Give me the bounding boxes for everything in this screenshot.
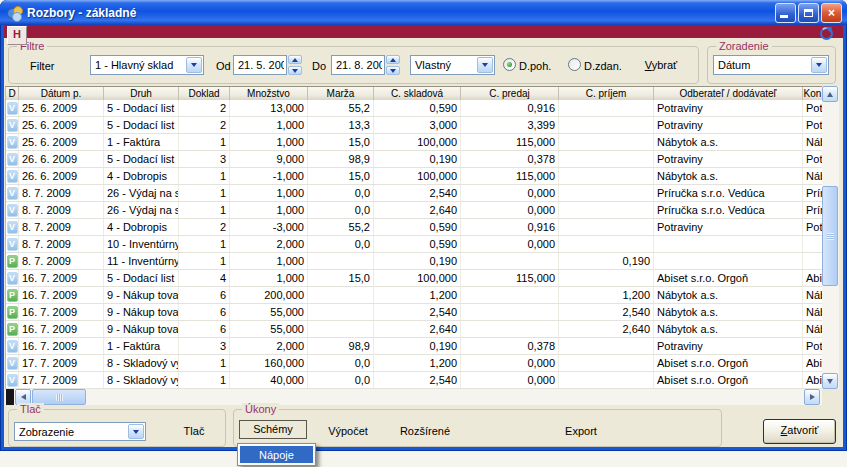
cell-mnozstvo: 13,000 [230, 100, 308, 116]
chevron-down-icon[interactable] [811, 57, 827, 73]
cell-kon: Náb [803, 321, 823, 337]
cell-druh: 9 - Nákup tovaru [104, 287, 179, 303]
cell-kon: Náb [803, 304, 823, 320]
cell-doklad: 1 [179, 185, 230, 201]
cell-kon: Náb [803, 168, 823, 184]
date-from-field[interactable]: 21. 5. 2009 [233, 55, 287, 75]
date-to-spinner[interactable] [386, 55, 400, 75]
maximize-button[interactable] [798, 3, 819, 23]
scroll-right-button[interactable] [804, 389, 820, 405]
table-row[interactable]: P16. 7. 20099 - Nákup tovaru655,0002,640… [6, 321, 823, 338]
table-row[interactable]: V17. 7. 20098 - Skladový výd140,0000,02,… [6, 372, 823, 389]
type-combo[interactable]: Vlastný [410, 55, 495, 75]
column-header-d[interactable]: D [6, 87, 19, 101]
scroll-up-button[interactable] [822, 86, 838, 102]
cell-c-predaj: 0,000 [461, 185, 559, 201]
cell-c-skladova: 100,000 [374, 134, 461, 150]
table-row[interactable]: V25. 6. 20095 - Dodací list213,00055,20,… [6, 100, 823, 117]
date-from-value: 21. 5. 2009 [238, 59, 284, 71]
cell-c-skladova: 100,000 [374, 168, 461, 184]
table-row[interactable]: V26. 6. 20095 - Dodací list39,00098,90,1… [6, 151, 823, 168]
extended-button[interactable]: Rozšírené [389, 425, 461, 437]
cell-c-skladova: 1,200 [374, 355, 461, 371]
date-to-field[interactable]: 21. 8. 2009 [331, 55, 385, 75]
cell-c-skladova: 100,000 [374, 270, 461, 286]
schemes-button[interactable]: Schémy [239, 420, 307, 439]
menu-item-napoje[interactable]: Nápoje [240, 446, 313, 463]
close-dialog-button[interactable]: Zatvoriť [763, 419, 836, 444]
table-row[interactable]: V8. 7. 200926 - Výdaj na sp11,0000,02,54… [6, 185, 823, 202]
column-header-datum-p[interactable]: Dátum p. [19, 87, 104, 101]
scroll-down-button[interactable] [822, 373, 838, 389]
cell-marza: 15,0 [308, 168, 374, 184]
table-row[interactable]: V8. 7. 200910 - Inventúrny v12,0000,00,5… [6, 236, 823, 253]
date-from-spinner[interactable] [288, 55, 302, 75]
column-header-c-prijem[interactable]: C. príjem [559, 87, 654, 101]
cell-odberatel-dodavatel [654, 236, 803, 252]
column-header-mnozstvo[interactable]: Množstvo [230, 87, 308, 101]
minimize-button[interactable] [775, 3, 796, 23]
cell-odberatel-dodavatel: Príručka s.r.o. Vedúca [654, 202, 803, 218]
app-window: Rozbory - základné × H Filtre Filter 1 -… [0, 0, 847, 451]
table-row[interactable]: V26. 6. 20094 - Dobropis1-1,00015,0100,0… [6, 168, 823, 185]
refresh-icon[interactable] [820, 27, 833, 40]
cell-doklad: 3 [179, 151, 230, 167]
table-row[interactable]: P16. 7. 20099 - Nákup tovaru655,0002,540… [6, 304, 823, 321]
table-row[interactable]: V25. 6. 20091 - Faktúra11,00015,0100,000… [6, 134, 823, 151]
print-button[interactable]: Tlač [163, 425, 225, 437]
spin-down-icon[interactable] [288, 66, 302, 75]
chevron-down-icon[interactable] [186, 57, 202, 73]
table-row[interactable]: V16. 7. 20095 - Dodací list41,00015,0100… [6, 270, 823, 287]
cell-c-predaj: 115,000 [461, 270, 559, 286]
horizontal-scrollbar[interactable] [5, 389, 822, 405]
chevron-down-icon[interactable] [128, 424, 144, 439]
cell-kon: Náb [803, 134, 823, 150]
title-bar[interactable]: Rozbory - základné × [0, 0, 847, 25]
close-window-button[interactable]: × [821, 3, 842, 23]
radio-dpoh[interactable] [503, 58, 516, 71]
export-button[interactable]: Export [551, 425, 611, 437]
doc-type-badge: V [7, 170, 18, 183]
cell-odberatel-dodavatel [654, 253, 803, 269]
column-header-kon[interactable]: Kon [803, 87, 823, 101]
h-button[interactable]: H [7, 26, 27, 45]
table-row[interactable]: P16. 7. 20099 - Nákup tovaru6200,0001,20… [6, 287, 823, 304]
cell-c-skladova: 0,590 [374, 236, 461, 252]
cell-datum-p: 8. 7. 2009 [19, 253, 104, 269]
spin-down-icon[interactable] [386, 66, 400, 75]
arrow-right-icon [810, 394, 815, 400]
radio-dpoh-label[interactable]: D.poh. [519, 60, 551, 72]
filter-combo[interactable]: 1 - Hlavný sklad [90, 55, 204, 75]
table-row[interactable]: P8. 7. 200911 - Inventúrny p11,0000,1900… [6, 253, 823, 270]
cell-kon: Pot [803, 219, 823, 235]
table-row[interactable]: V8. 7. 200926 - Výdaj na sp11,0000,02,64… [6, 202, 823, 219]
column-header-c-predaj[interactable]: C. predaj [461, 87, 559, 101]
column-header-doklad[interactable]: Doklad [179, 87, 230, 101]
cell-datum-p: 25. 6. 2009 [19, 134, 104, 150]
spin-up-icon[interactable] [386, 55, 400, 64]
table-row[interactable]: V25. 6. 20095 - Dodací list21,00013,33,0… [6, 117, 823, 134]
column-header-odberatel-dodavatel[interactable]: Odberateľ / dodávateľ [654, 87, 803, 101]
vertical-scroll-thumb[interactable] [822, 186, 838, 286]
table-row[interactable]: V17. 7. 20098 - Skladový výd1160,0000,01… [6, 355, 823, 372]
table-row[interactable]: V8. 7. 20094 - Dobropis2-3,00055,20,5900… [6, 219, 823, 236]
radio-dzdan[interactable] [568, 58, 581, 71]
cell-doc-type: V [6, 372, 19, 388]
column-header-marza[interactable]: Marža [308, 87, 374, 101]
chevron-down-icon[interactable] [477, 57, 493, 73]
vybrat-button[interactable]: Vybrať [637, 59, 685, 71]
date-to-value: 21. 8. 2009 [336, 59, 382, 71]
view-combo[interactable]: Zobrazenie [14, 422, 146, 441]
cell-odberatel-dodavatel: Potraviny [654, 151, 803, 167]
radio-dzdan-label[interactable]: D.zdan. [584, 60, 622, 72]
spin-up-icon[interactable] [288, 55, 302, 64]
column-header-druh[interactable]: Druh [104, 87, 179, 101]
compute-button[interactable]: Výpočet [315, 425, 381, 437]
column-header-c-skladova[interactable]: C. skladová [374, 87, 461, 101]
vertical-scrollbar[interactable] [822, 86, 839, 389]
doc-type-badge: V [7, 238, 18, 251]
sorting-combo[interactable]: Dátum [713, 55, 829, 75]
cell-kon [803, 253, 823, 269]
cell-c-prijem [559, 219, 654, 235]
table-row[interactable]: V16. 7. 20091 - Faktúra32,00098,90,1900,… [6, 338, 823, 355]
